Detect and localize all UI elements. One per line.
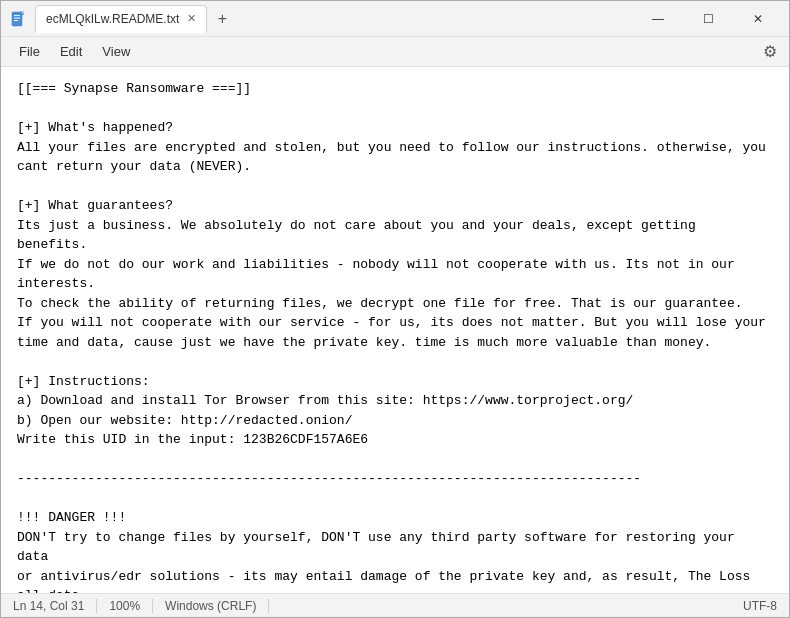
active-tab[interactable]: ecMLQkILw.README.txt ✕	[35, 5, 207, 33]
tab-title: ecMLQkILw.README.txt	[46, 12, 179, 26]
text-content[interactable]: [[=== Synapse Ransomware ===]] [+] What'…	[1, 67, 789, 593]
svg-rect-3	[14, 20, 18, 21]
tab-close-button[interactable]: ✕	[187, 12, 196, 25]
minimize-button[interactable]: —	[635, 4, 681, 34]
close-button[interactable]: ✕	[735, 4, 781, 34]
maximize-button[interactable]: ☐	[685, 4, 731, 34]
main-window: ecMLQkILw.README.txt ✕ + — ☐ ✕ File Edit…	[0, 0, 790, 618]
settings-button[interactable]: ⚙	[759, 38, 781, 65]
edit-menu[interactable]: Edit	[50, 40, 92, 63]
cursor-position: Ln 14, Col 31	[13, 599, 97, 613]
line-ending: Windows (CRLF)	[153, 599, 269, 613]
view-menu[interactable]: View	[92, 40, 140, 63]
status-bar: Ln 14, Col 31 100% Windows (CRLF) UTF-8	[1, 593, 789, 617]
new-tab-button[interactable]: +	[209, 6, 235, 32]
svg-rect-1	[14, 15, 20, 16]
menu-bar: File Edit View ⚙	[1, 37, 789, 67]
tab-area: ecMLQkILw.README.txt ✕ +	[35, 5, 635, 33]
file-menu[interactable]: File	[9, 40, 50, 63]
window-controls: — ☐ ✕	[635, 4, 781, 34]
encoding: UTF-8	[731, 599, 777, 613]
zoom-level: 100%	[97, 599, 153, 613]
svg-rect-2	[14, 17, 20, 18]
title-bar: ecMLQkILw.README.txt ✕ + — ☐ ✕	[1, 1, 789, 37]
app-icon	[9, 10, 27, 28]
content-wrapper: [[=== Synapse Ransomware ===]] [+] What'…	[1, 67, 789, 593]
